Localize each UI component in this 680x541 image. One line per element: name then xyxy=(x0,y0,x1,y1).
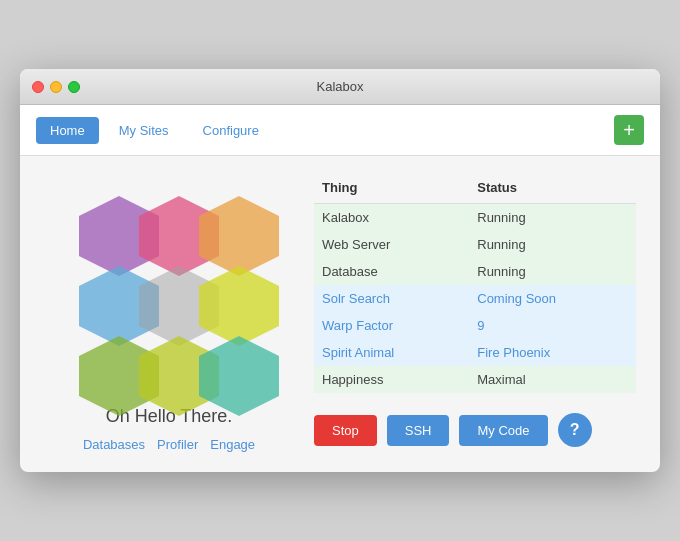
table-row: Spirit AnimalFire Phoenix xyxy=(314,339,636,366)
help-button[interactable]: ? xyxy=(558,413,592,447)
table-row: Solr SearchComing Soon xyxy=(314,285,636,312)
hex-yellow xyxy=(199,266,279,346)
status-table: Thing Status KalaboxRunningWeb ServerRun… xyxy=(314,176,636,393)
col-status: Status xyxy=(469,176,636,204)
traffic-lights xyxy=(32,81,80,93)
cell-thing: Warp Factor xyxy=(314,312,469,339)
table-row: DatabaseRunning xyxy=(314,258,636,285)
minimize-button[interactable] xyxy=(50,81,62,93)
toolbar: Home My Sites Configure + xyxy=(20,105,660,156)
nav-configure[interactable]: Configure xyxy=(189,117,273,144)
cell-status: Running xyxy=(469,231,636,258)
table-row: KalaboxRunning xyxy=(314,204,636,232)
left-panel: Oh Hello There. Databases Profiler Engag… xyxy=(44,176,294,452)
nav-my-sites[interactable]: My Sites xyxy=(105,117,183,144)
right-panel: Thing Status KalaboxRunningWeb ServerRun… xyxy=(314,176,636,452)
cell-status: Running xyxy=(469,258,636,285)
hex-teal xyxy=(199,336,279,416)
cell-status: Coming Soon xyxy=(469,285,636,312)
table-row: Warp Factor9 xyxy=(314,312,636,339)
table-row: Web ServerRunning xyxy=(314,231,636,258)
cell-thing: Happiness xyxy=(314,366,469,393)
hex-art xyxy=(59,176,279,396)
link-databases[interactable]: Databases xyxy=(83,437,145,452)
cell-status: Maximal xyxy=(469,366,636,393)
window-title: Kalabox xyxy=(317,79,364,94)
sub-links: Databases Profiler Engage xyxy=(83,437,255,452)
main-content: Oh Hello There. Databases Profiler Engag… xyxy=(20,156,660,472)
cell-status: 9 xyxy=(469,312,636,339)
cell-status: Running xyxy=(469,204,636,232)
title-bar: Kalabox xyxy=(20,69,660,105)
cell-thing: Web Server xyxy=(314,231,469,258)
app-window: Kalabox Home My Sites Configure + xyxy=(20,69,660,472)
mycode-button[interactable]: My Code xyxy=(459,415,547,446)
add-button[interactable]: + xyxy=(614,115,644,145)
close-button[interactable] xyxy=(32,81,44,93)
link-profiler[interactable]: Profiler xyxy=(157,437,198,452)
table-row: HappinessMaximal xyxy=(314,366,636,393)
stop-button[interactable]: Stop xyxy=(314,415,377,446)
cell-thing: Solr Search xyxy=(314,285,469,312)
col-thing: Thing xyxy=(314,176,469,204)
cell-thing: Kalabox xyxy=(314,204,469,232)
action-bar: Stop SSH My Code ? xyxy=(314,413,636,447)
maximize-button[interactable] xyxy=(68,81,80,93)
cell-status: Fire Phoenix xyxy=(469,339,636,366)
ssh-button[interactable]: SSH xyxy=(387,415,450,446)
hex-orange xyxy=(199,196,279,276)
cell-thing: Database xyxy=(314,258,469,285)
nav-home[interactable]: Home xyxy=(36,117,99,144)
cell-thing: Spirit Animal xyxy=(314,339,469,366)
link-engage[interactable]: Engage xyxy=(210,437,255,452)
